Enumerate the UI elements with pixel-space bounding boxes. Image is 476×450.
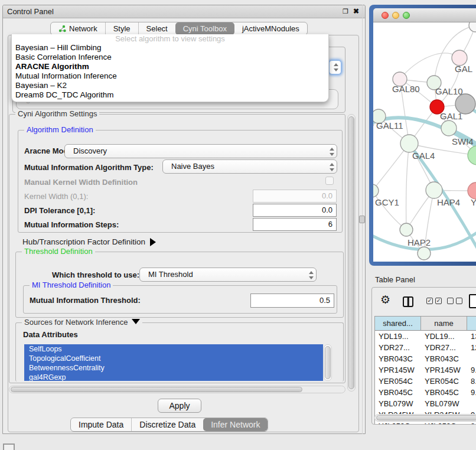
tab-select[interactable]: Select bbox=[138, 22, 175, 35]
network-window-titlebar[interactable] bbox=[373, 8, 476, 22]
table-cell[interactable]: YPR145W bbox=[421, 364, 467, 376]
attribute-item[interactable]: BetweennessCentrality bbox=[24, 363, 323, 373]
columns-icon[interactable] bbox=[403, 296, 413, 307]
aracne-mode-value: Discovery bbox=[73, 146, 107, 155]
table-cell[interactable]: YER054C bbox=[375, 376, 421, 387]
column-header-name[interactable]: name bbox=[421, 317, 467, 331]
table-cell[interactable]: YBL079W bbox=[375, 398, 421, 409]
close-icon[interactable]: ✖ bbox=[352, 7, 360, 15]
attribute-item[interactable]: gal4RGexp bbox=[24, 373, 323, 381]
algorithm-definition-group: Algorithm Definition Aracne Mode: Discov… bbox=[18, 130, 343, 233]
node-label: GAL1 bbox=[440, 111, 462, 121]
network-node[interactable] bbox=[400, 135, 418, 152]
tab-network[interactable]: Network bbox=[51, 22, 105, 35]
collapsed-panel-button[interactable] bbox=[3, 444, 15, 450]
table-cell[interactable]: 13 bbox=[467, 331, 476, 342]
mi-steps-field[interactable]: 6 bbox=[253, 218, 337, 231]
table-cell[interactable] bbox=[467, 353, 476, 364]
attribute-list-scrollbar[interactable] bbox=[324, 344, 332, 381]
table-cell[interactable]: YDR27... bbox=[375, 342, 421, 353]
minimize-traffic-light[interactable] bbox=[392, 12, 399, 19]
mi-steps-value: 6 bbox=[328, 220, 332, 229]
node-label: GAL80 bbox=[392, 84, 420, 94]
sources-title[interactable]: Sources for Network Inference bbox=[22, 318, 142, 327]
combobox-arrows-icon bbox=[330, 163, 334, 171]
table-cell[interactable]: YBL079W bbox=[421, 398, 467, 409]
tab-discretize-data[interactable]: Discretize Data bbox=[131, 418, 203, 431]
kernel-width-field[interactable]: 0.0 bbox=[253, 190, 337, 203]
table-cell[interactable]: YDR27... bbox=[421, 342, 467, 353]
node-table[interactable]: shared...nameAYDL19...YDL19...13YDR27...… bbox=[374, 316, 476, 424]
algorithm-option[interactable]: ARACNE Algorithm bbox=[12, 62, 328, 71]
aracne-mode-combobox[interactable]: Discovery bbox=[64, 144, 337, 158]
mi-type-combobox[interactable]: Naive Bayes bbox=[162, 159, 337, 174]
hub-definition-toggle[interactable]: Hub/Transcription Factor Definition bbox=[22, 237, 156, 246]
table-cell[interactable]: YBR043C bbox=[421, 353, 467, 364]
which-threshold-combobox[interactable]: MI Threshold bbox=[139, 268, 317, 282]
deselect-all-columns-icon[interactable] bbox=[447, 298, 462, 304]
scrollbar-thumb[interactable] bbox=[376, 415, 476, 420]
algorithm-option[interactable]: Basic Correlation Inference bbox=[12, 53, 328, 62]
table-cell[interactable]: 8. bbox=[467, 376, 476, 387]
network-node[interactable] bbox=[418, 247, 431, 260]
network-node[interactable] bbox=[426, 182, 442, 198]
expanded-arrow-icon[interactable] bbox=[132, 319, 140, 324]
close-traffic-light[interactable] bbox=[382, 12, 389, 19]
network-node[interactable] bbox=[468, 146, 476, 165]
attribute-item[interactable]: TopologicalCoefficient bbox=[24, 354, 323, 363]
algorithm-option[interactable]: Bayesian – Hill Climbing bbox=[12, 43, 328, 53]
table-cell[interactable] bbox=[467, 398, 476, 409]
network-node[interactable] bbox=[469, 22, 476, 32]
tab-infer-network[interactable]: Infer Network bbox=[203, 418, 268, 431]
table-horizontal-scrollbar[interactable] bbox=[374, 414, 476, 422]
manual-kernel-checkbox[interactable] bbox=[325, 177, 334, 185]
table-cell[interactable]: 12 bbox=[467, 342, 476, 353]
table-cell[interactable]: 9. bbox=[467, 364, 476, 376]
attribute-item[interactable]: SelfLoops bbox=[24, 344, 323, 354]
select-all-columns-icon[interactable]: ✓✓ bbox=[426, 298, 442, 304]
tab-style[interactable]: Style bbox=[105, 22, 138, 35]
table-cell[interactable]: YBR043C bbox=[375, 353, 421, 364]
mi-threshold-field[interactable]: 0.5 bbox=[250, 294, 334, 308]
tab-cyni-toolbox[interactable]: Cyni Toolbox bbox=[175, 22, 234, 35]
mi-steps-label: Mutual Information Steps: bbox=[24, 220, 119, 229]
network-node[interactable] bbox=[400, 223, 413, 236]
table-cell[interactable]: 9. bbox=[467, 387, 476, 398]
screen: Control Panel ❐ ✖ NetworkStyleSelectCyni… bbox=[0, 0, 476, 450]
scrollbar-thumb[interactable] bbox=[11, 387, 302, 392]
network-node[interactable] bbox=[373, 184, 379, 197]
table-cell[interactable]: YDL19... bbox=[375, 331, 421, 342]
column-header-A[interactable]: A bbox=[467, 317, 476, 331]
float-icon[interactable]: ❐ bbox=[341, 7, 350, 15]
focused-spinner[interactable] bbox=[329, 60, 341, 74]
dpi-tolerance-label: DPI Tolerance [0,1]: bbox=[24, 206, 95, 215]
tab-jactivemnodules[interactable]: jActiveMNodules bbox=[234, 22, 307, 35]
network-node[interactable] bbox=[441, 120, 457, 136]
scrollbar-thumb[interactable] bbox=[348, 116, 354, 389]
zoom-traffic-light[interactable] bbox=[403, 12, 410, 19]
collapsed-arrow-icon[interactable] bbox=[150, 238, 156, 246]
table-cell[interactable]: YPR145W bbox=[375, 364, 421, 376]
network-node[interactable] bbox=[468, 182, 476, 199]
node-label: GCY1 bbox=[375, 197, 399, 207]
algorithm-option[interactable]: Mutual Information Inference bbox=[12, 71, 328, 81]
network-canvas[interactable]: GALGAL80GAL10GAL1GAL11SWI4GAL4GCY1HAP4YH… bbox=[373, 22, 476, 262]
dpi-tolerance-field[interactable]: 0.0 bbox=[253, 204, 337, 217]
algorithm-option[interactable]: Bayesian – K2 bbox=[12, 81, 328, 90]
data-attributes-list[interactable]: SelfLoopsTopologicalCoefficientBetweenne… bbox=[24, 344, 323, 381]
control-panel-titlebar[interactable]: Control Panel ❐ ✖ bbox=[3, 5, 365, 18]
algorithm-option[interactable]: Dream8 DC_TDC Algorithm bbox=[12, 90, 328, 100]
settings-horizontal-scrollbar[interactable] bbox=[9, 386, 345, 393]
settings-vertical-scrollbar[interactable] bbox=[347, 114, 356, 392]
apply-button[interactable]: Apply bbox=[158, 399, 201, 413]
table-cell[interactable]: YBR045C bbox=[421, 387, 467, 398]
divider-handle[interactable] bbox=[359, 216, 365, 223]
table-cell[interactable]: YBR045C bbox=[375, 387, 421, 398]
table-cell[interactable]: YER054C bbox=[421, 376, 467, 387]
column-header-shared[interactable]: shared... bbox=[375, 317, 421, 331]
new-table-icon[interactable] bbox=[469, 294, 476, 308]
gear-icon[interactable]: ⚙ bbox=[380, 294, 390, 306]
tab-impute-data[interactable]: Impute Data bbox=[71, 418, 131, 431]
scrollbar-thumb[interactable] bbox=[325, 346, 331, 379]
table-cell[interactable]: YDL19... bbox=[421, 331, 467, 342]
